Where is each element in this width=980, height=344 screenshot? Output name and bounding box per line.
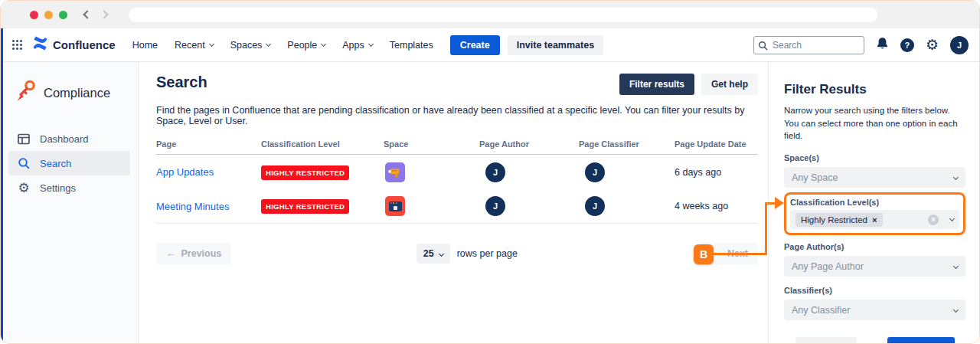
compliance-sidebar: Compliance Dashboard Search ⚙ Settings: [1, 62, 139, 343]
browser-chrome: [1, 1, 979, 28]
filter-search-button[interactable]: Search: [887, 337, 955, 344]
clear-all-button[interactable]: Clear All: [795, 337, 857, 344]
page-accent-stripe: [1, 28, 3, 343]
sidebar-item-label: Settings: [40, 182, 76, 194]
notifications-bell-icon[interactable]: [876, 37, 889, 53]
spaces-filter-label: Space(s): [784, 153, 965, 162]
invite-teammates-button[interactable]: Invite teammates: [508, 35, 603, 55]
key-icon: [15, 79, 38, 106]
nav-item-apps[interactable]: Apps: [342, 40, 373, 51]
classification-badge: HIGHLY RESTRICTED: [261, 199, 349, 214]
app-name: Compliance: [44, 86, 110, 100]
rows-per-page-label: rows per page: [457, 248, 518, 259]
page-link[interactable]: App Updates: [156, 166, 261, 178]
classification-filter-select[interactable]: Highly Restricted × ×: [790, 210, 959, 229]
browser-url-bar[interactable]: [129, 8, 877, 22]
spaces-filter-select[interactable]: Any Space: [784, 167, 965, 188]
confluence-logo[interactable]: Confluence: [32, 36, 116, 54]
column-header-page-author: Page Author: [479, 139, 579, 149]
arrow-left-icon: ←: [166, 248, 176, 259]
window-controls: [30, 11, 67, 19]
table-header-row: Page Classification Level Space Page Aut…: [156, 139, 758, 155]
nav-item-recent[interactable]: Recent: [175, 40, 214, 51]
product-name: Confluence: [53, 38, 116, 51]
nav-item-spaces[interactable]: Spaces: [230, 40, 271, 51]
page-author-filter-select[interactable]: Any Page Author: [784, 256, 965, 277]
chevron-down-icon: [953, 307, 959, 313]
annotation-arrow-icon: [775, 197, 784, 209]
chevron-down-icon: [949, 215, 955, 221]
table-row: App Updates HIGHLY RESTRICTED J J 6 days…: [156, 155, 758, 189]
nav-item-home[interactable]: Home: [132, 40, 158, 51]
sidebar-item-dashboard[interactable]: Dashboard: [8, 126, 130, 151]
compliance-app-logo: Compliance: [1, 79, 138, 106]
classification-filter-label: Classification Level(s): [790, 198, 959, 207]
column-header-page-update-date: Page Update Date: [675, 139, 758, 149]
nav-item-people[interactable]: People: [287, 40, 325, 51]
chevron-down-icon: [439, 251, 444, 256]
classifier-filter-select[interactable]: Any Classifier: [784, 300, 965, 320]
filter-results-button[interactable]: Filter results: [619, 74, 694, 95]
chevron-down-icon: [368, 41, 374, 46]
chevron-down-icon: [953, 264, 959, 269]
page-author-avatar: J: [485, 162, 505, 182]
chevron-down-icon: [953, 175, 959, 180]
app-window: Confluence Home Recent Spaces People App…: [0, 0, 980, 344]
search-icon: [758, 40, 768, 54]
browser-back-icon[interactable]: [83, 10, 91, 18]
minimize-window-icon[interactable]: [44, 11, 53, 19]
sidebar-item-search[interactable]: Search: [8, 151, 130, 175]
column-header-page: Page: [156, 139, 261, 149]
column-header-classification-level: Classification Level: [261, 139, 384, 149]
global-search-input[interactable]: [753, 36, 864, 54]
sidebar-item-label: Dashboard: [40, 133, 89, 145]
page-update-date: 4 weeks ago: [675, 201, 758, 211]
search-icon: [18, 157, 30, 169]
maximize-window-icon[interactable]: [59, 11, 67, 19]
page-update-date: 6 days ago: [675, 167, 758, 178]
annotation-connector-line: [765, 202, 767, 255]
chevron-down-icon: [321, 41, 326, 46]
settings-gear-icon[interactable]: ⚙: [926, 38, 939, 52]
get-help-button[interactable]: Get help: [701, 74, 758, 95]
drill-space-icon: [385, 162, 405, 182]
annotation-connector-line: [712, 253, 767, 255]
filter-panel-title: Filter Results: [784, 82, 965, 97]
results-table: Page Classification Level Space Page Aut…: [156, 139, 758, 224]
table-row: Meeting Minutes HIGHLY RESTRICTED J J 4 …: [156, 189, 758, 224]
chip-remove-icon[interactable]: ×: [872, 215, 877, 224]
global-search: [753, 36, 864, 54]
page-classifier-avatar: J: [585, 196, 605, 216]
classification-filter-highlight-box: Classification Level(s) Highly Restricte…: [784, 192, 965, 235]
confluence-logo-icon: [32, 36, 48, 54]
gear-icon: ⚙: [18, 182, 30, 195]
nav-item-templates[interactable]: Templates: [390, 40, 433, 51]
column-header-space: Space: [384, 139, 479, 149]
classifier-filter-label: Classifier(s): [784, 286, 965, 295]
create-button[interactable]: Create: [450, 35, 500, 55]
profile-avatar[interactable]: J: [950, 36, 969, 54]
page-size-select[interactable]: 25: [416, 244, 450, 264]
chevron-down-icon: [266, 41, 271, 46]
window-space-icon: [385, 196, 405, 216]
page-description: Find the pages in Confluence that are pe…: [156, 105, 758, 126]
close-window-icon[interactable]: [30, 11, 38, 19]
browser-forward-icon[interactable]: [100, 10, 108, 18]
page-title: Search: [156, 74, 207, 91]
help-icon[interactable]: ?: [900, 38, 914, 52]
clear-field-icon[interactable]: ×: [928, 215, 939, 225]
classification-badge: HIGHLY RESTRICTED: [261, 165, 349, 180]
confluence-navbar: Confluence Home Recent Spaces People App…: [1, 28, 979, 62]
dashboard-icon: [18, 133, 30, 145]
chevron-down-icon: [209, 41, 214, 46]
page-author-avatar: J: [485, 196, 505, 216]
column-header-page-classifier: Page Classifier: [579, 139, 675, 149]
page-classifier-avatar: J: [585, 162, 605, 182]
pagination: ← Previous 25 rows per page → Next: [156, 243, 758, 264]
search-results-panel: Search Filter results Get help Find the …: [139, 62, 768, 343]
page-author-filter-label: Page Author(s): [784, 242, 965, 251]
previous-page-button[interactable]: ← Previous: [156, 243, 231, 264]
page-link[interactable]: Meeting Minutes: [156, 201, 261, 212]
app-switcher-icon[interactable]: [11, 39, 23, 51]
sidebar-item-settings[interactable]: ⚙ Settings: [8, 175, 130, 200]
